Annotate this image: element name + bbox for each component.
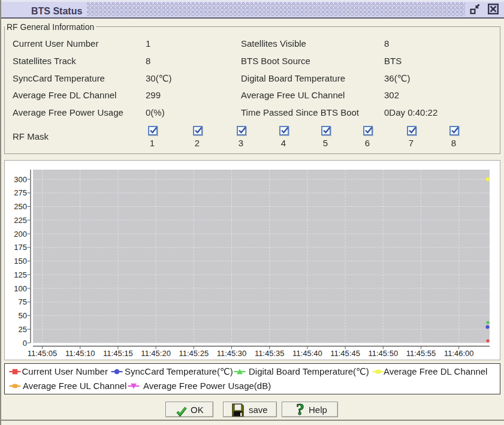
svg-text:125: 125: [14, 270, 27, 279]
svg-text:11:45:05: 11:45:05: [28, 349, 58, 358]
svg-text:300: 300: [14, 175, 27, 184]
svg-text:11:45:15: 11:45:15: [103, 349, 133, 358]
svg-text:11:45:50: 11:45:50: [368, 349, 398, 358]
svg-text:150: 150: [14, 257, 27, 266]
svg-text:11:45:45: 11:45:45: [330, 349, 360, 358]
svg-text:225: 225: [14, 216, 27, 225]
svg-text:0: 0: [23, 339, 27, 348]
svg-text:11:45:35: 11:45:35: [255, 349, 285, 358]
svg-text:50: 50: [19, 311, 27, 320]
svg-text:11:45:55: 11:45:55: [406, 349, 436, 358]
svg-text:11:45:40: 11:45:40: [292, 349, 322, 358]
svg-text:275: 275: [14, 188, 27, 197]
svg-text:100: 100: [14, 284, 27, 293]
svg-text:11:46:00: 11:46:00: [444, 349, 474, 358]
svg-text:175: 175: [14, 243, 27, 252]
svg-text:?: ?: [296, 402, 304, 418]
svg-text:200: 200: [14, 230, 27, 239]
svg-text:11:45:20: 11:45:20: [141, 349, 171, 358]
svg-text:75: 75: [19, 297, 27, 306]
svg-text:250: 250: [14, 202, 27, 211]
svg-text:11:45:25: 11:45:25: [179, 349, 209, 358]
svg-text:25: 25: [19, 325, 27, 334]
svg-text:11:45:30: 11:45:30: [217, 349, 247, 358]
svg-text:11:45:10: 11:45:10: [65, 349, 95, 358]
